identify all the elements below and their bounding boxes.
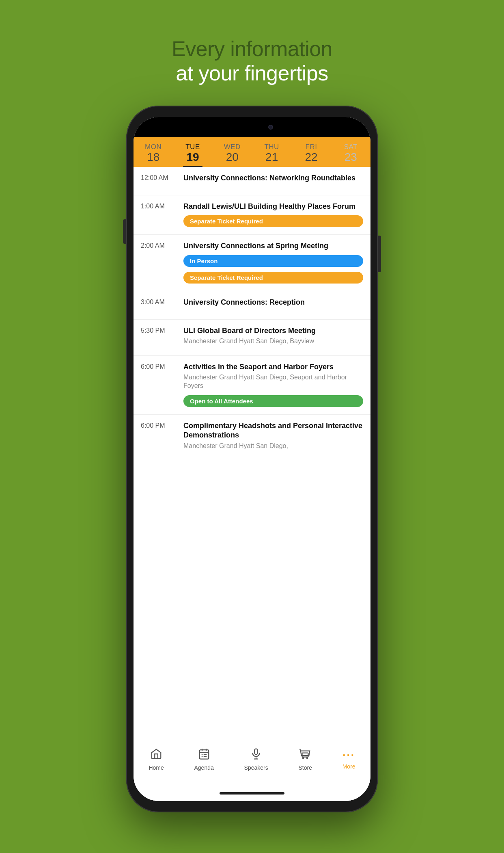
event-col-0: University Connections: Networking Round…	[183, 173, 363, 184]
nav-home-label: Home	[149, 764, 164, 771]
day-tue[interactable]: TUE 19	[179, 143, 207, 164]
phone-screen: MON 18 TUE 19 WED 20 THU 21	[134, 117, 370, 801]
event-col-3: University Connections: Reception	[183, 298, 363, 309]
event-time-4: 5:30 PM	[141, 326, 183, 334]
home-icon	[150, 748, 162, 763]
schedule-item-0[interactable]: 12:00 AM University Connections: Network…	[134, 167, 370, 195]
day-fri-name: FRI	[306, 143, 317, 151]
schedule-item-5[interactable]: 6:00 PM Activities in the Seaport and Ha…	[134, 356, 370, 415]
day-fri[interactable]: FRI 22	[297, 143, 325, 164]
day-thu-num: 21	[265, 151, 278, 164]
nav-more[interactable]: ··· More	[338, 747, 360, 772]
event-title-0: University Connections: Networking Round…	[183, 173, 363, 183]
svg-rect-8	[254, 749, 258, 755]
event-col-4: ULI Global Board of Directors Meeting Ma…	[183, 326, 363, 349]
event-col-1: Randall Lewis/ULI Building Healthy Place…	[183, 202, 363, 228]
more-icon: ···	[342, 749, 355, 762]
nav-agenda-label: Agenda	[194, 764, 214, 771]
days-row: MON 18 TUE 19 WED 20 THU 21	[134, 143, 370, 164]
day-mon[interactable]: MON 18	[139, 143, 168, 164]
badge-inperson-2: In Person	[183, 255, 363, 267]
badges-2: In Person Separate Ticket Required	[183, 253, 363, 284]
store-icon	[299, 748, 311, 763]
badges-5: Open to All Attendees	[183, 394, 363, 408]
bottom-nav: Home	[134, 737, 370, 786]
day-sat-num: 23	[345, 151, 357, 164]
day-thu[interactable]: THU 21	[258, 143, 286, 164]
home-indicator	[134, 786, 370, 801]
event-time-2: 2:00 AM	[141, 241, 183, 249]
event-title-6: Complimentary Headshots and Personal Int…	[183, 421, 363, 440]
day-wed-num: 20	[226, 151, 239, 164]
day-wed[interactable]: WED 20	[218, 143, 246, 164]
event-location-5: Manchester Grand Hyatt San Diego, Seapor…	[183, 373, 363, 390]
nav-home[interactable]: Home	[144, 745, 168, 773]
phone-frame: MON 18 TUE 19 WED 20 THU 21	[126, 106, 378, 812]
schedule-list[interactable]: 12:00 AM University Connections: Network…	[134, 167, 370, 737]
badge-ticket-2: Separate Ticket Required	[183, 272, 363, 284]
speakers-icon	[250, 748, 262, 763]
schedule-item-3[interactable]: 3:00 AM University Connections: Receptio…	[134, 291, 370, 320]
schedule-item-1[interactable]: 1:00 AM Randall Lewis/ULI Building Healt…	[134, 195, 370, 235]
event-title-2: University Connections at Spring Meeting	[183, 241, 363, 251]
event-title-4: ULI Global Board of Directors Meeting	[183, 326, 363, 336]
nav-speakers-label: Speakers	[244, 764, 268, 771]
event-title-1: Randall Lewis/ULI Building Healthy Place…	[183, 202, 363, 211]
day-tue-name: TUE	[185, 143, 200, 151]
event-title-5: Activities in the Seaport and Harbor Foy…	[183, 362, 363, 372]
badge-ticket-1: Separate Ticket Required	[183, 215, 363, 227]
nav-speakers[interactable]: Speakers	[239, 745, 273, 773]
event-col-5: Activities in the Seaport and Harbor Foy…	[183, 362, 363, 408]
day-wed-name: WED	[224, 143, 241, 151]
event-col-2: University Connections at Spring Meeting…	[183, 241, 363, 284]
day-mon-name: MON	[145, 143, 162, 151]
agenda-icon	[198, 748, 210, 763]
event-time-5: 6:00 PM	[141, 362, 183, 370]
tagline-line2: at your fingertips	[172, 61, 332, 85]
badge-open-5: Open to All Attendees	[183, 395, 363, 407]
svg-rect-11	[302, 753, 308, 757]
tagline: Every information at your fingertips	[172, 37, 332, 85]
event-time-6: 6:00 PM	[141, 421, 183, 429]
nav-store-label: Store	[298, 764, 312, 771]
day-sat[interactable]: SAT 23	[336, 143, 365, 164]
nav-more-label: More	[342, 763, 355, 770]
day-mon-num: 18	[147, 151, 159, 164]
front-camera	[268, 125, 273, 130]
notch	[220, 121, 284, 133]
day-thu-name: THU	[264, 143, 279, 151]
schedule-item-4[interactable]: 5:30 PM ULI Global Board of Directors Me…	[134, 320, 370, 356]
event-time-1: 1:00 AM	[141, 202, 183, 210]
event-time-3: 3:00 AM	[141, 298, 183, 306]
day-header: MON 18 TUE 19 WED 20 THU 21	[134, 137, 370, 167]
schedule-item-2[interactable]: 2:00 AM University Connections at Spring…	[134, 235, 370, 291]
day-fri-num: 22	[305, 151, 317, 164]
event-location-4: Manchester Grand Hyatt San Diego, Bayvie…	[183, 337, 363, 346]
nav-agenda[interactable]: Agenda	[190, 745, 219, 773]
event-title-3: University Connections: Reception	[183, 298, 363, 307]
phone-mockup: MON 18 TUE 19 WED 20 THU 21	[126, 106, 378, 812]
event-location-6: Manchester Grand Hyatt San Diego,	[183, 442, 363, 450]
event-time-0: 12:00 AM	[141, 173, 183, 182]
tagline-line1: Every information	[172, 37, 332, 61]
day-tue-num: 19	[186, 151, 199, 164]
day-sat-name: SAT	[344, 143, 358, 151]
badges-1: Separate Ticket Required	[183, 214, 363, 228]
nav-store[interactable]: Store	[293, 745, 317, 773]
notch-bar	[134, 117, 370, 137]
schedule-item-6[interactable]: 6:00 PM Complimentary Headshots and Pers…	[134, 415, 370, 461]
event-col-6: Complimentary Headshots and Personal Int…	[183, 421, 363, 454]
home-bar	[220, 792, 284, 795]
